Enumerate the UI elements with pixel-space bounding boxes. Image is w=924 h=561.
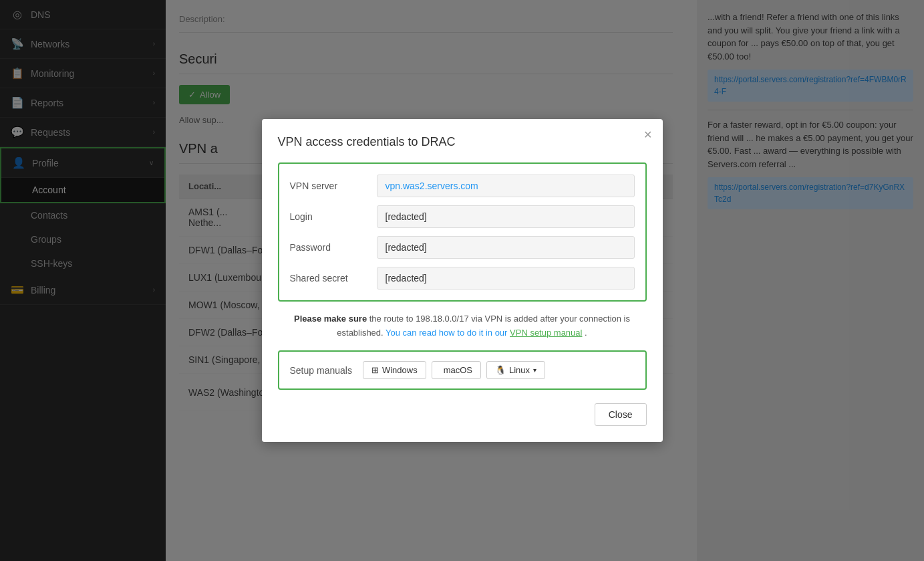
password-row: Password [redacted]: [290, 236, 635, 259]
linux-label: Linux: [509, 365, 530, 375]
login-value: [redacted]: [377, 205, 635, 228]
password-value: [redacted]: [377, 236, 635, 259]
shared-secret-value: [redacted]: [377, 267, 635, 290]
modal-footer: Close: [278, 403, 647, 426]
login-label: Login: [290, 211, 377, 222]
linux-dropdown-icon: ▾: [533, 366, 536, 374]
vpn-credentials-modal: VPN access credentials to DRAC ✕ VPN ser…: [262, 119, 663, 443]
login-row: Login [redacted]: [290, 205, 635, 228]
windows-label: Windows: [382, 365, 418, 375]
linux-icon: 🐧: [495, 365, 506, 375]
shared-secret-row: Shared secret [redacted]: [290, 267, 635, 290]
credentials-box: VPN server vpn.was2.servers.com Login [r…: [278, 162, 647, 302]
vpn-server-row: VPN server vpn.was2.servers.com: [290, 175, 635, 197]
macos-button[interactable]: macOS: [432, 361, 481, 379]
notice-blue: You can read how to do it in our: [386, 328, 510, 338]
modal-overlay[interactable]: VPN access credentials to DRAC ✕ VPN ser…: [0, 0, 924, 561]
shared-secret-label: Shared secret: [290, 273, 377, 284]
vpn-notice: Please make sure the route to 198.18.0.0…: [278, 312, 647, 340]
password-label: Password: [290, 242, 377, 253]
notice-bold: Please make sure: [294, 314, 367, 324]
setup-manuals-label: Setup manuals: [290, 365, 352, 376]
modal-close-button-footer[interactable]: Close: [595, 403, 647, 426]
notice-end: .: [585, 328, 587, 338]
macos-label: macOS: [444, 365, 472, 375]
modal-title: VPN access credentials to DRAC: [278, 135, 647, 149]
linux-button[interactable]: 🐧 Linux ▾: [486, 361, 545, 379]
notice-vpn-link[interactable]: VPN setup manual: [510, 328, 582, 338]
windows-button[interactable]: ⊞ Windows: [363, 361, 426, 379]
modal-close-button[interactable]: ✕: [643, 130, 652, 140]
vpn-server-value: vpn.was2.servers.com: [377, 175, 635, 197]
os-buttons-group: ⊞ Windows macOS 🐧 Linux ▾: [363, 361, 545, 379]
setup-manuals-box: Setup manuals ⊞ Windows macOS 🐧 Linux ▾: [278, 350, 647, 390]
vpn-server-label: VPN server: [290, 181, 377, 191]
windows-icon: ⊞: [371, 365, 379, 375]
